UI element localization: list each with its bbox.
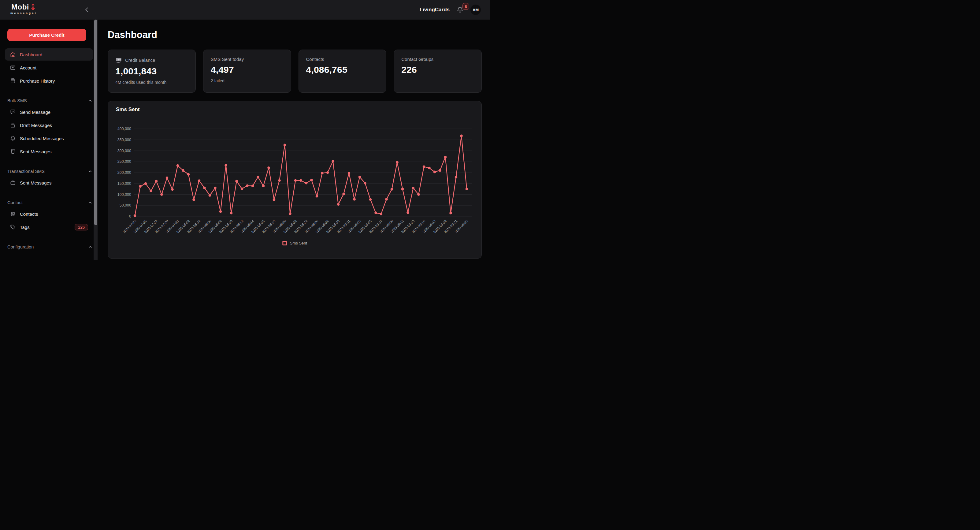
- stat-subtext: 4M credits used this month: [115, 80, 188, 85]
- sidebar-item-account[interactable]: Account: [5, 62, 93, 74]
- brand-name: Mobi: [11, 3, 29, 11]
- section-transactional-sms[interactable]: Transactional SMS: [7, 169, 93, 174]
- legend-checkbox-icon: [282, 241, 287, 245]
- sidebar-item-sent-messages[interactable]: Sent Messages: [5, 145, 93, 158]
- chart-title: Sms Sent: [116, 107, 140, 113]
- stat-value: 1,001,843: [115, 66, 188, 76]
- sidebar-item-label: Contacts: [20, 212, 38, 216]
- sidebar-item-tags[interactable]: Tags 226: [5, 221, 93, 233]
- chevron-up-icon: [88, 200, 93, 205]
- wallet-icon: [10, 65, 16, 71]
- sidebar-item-dashboard[interactable]: Dashboard: [5, 48, 93, 60]
- sidebar-item-purchase-history[interactable]: Purchase History: [5, 75, 93, 87]
- chevron-up-icon: [88, 169, 93, 174]
- brand-subtitle: messenger: [10, 12, 37, 15]
- sms-sent-line-chart[interactable]: 050,000100,000150,000200,000250,000300,0…: [108, 118, 481, 259]
- stat-card-sms-sent-today: SMS Sent today 4,497 2 failed: [203, 49, 291, 93]
- section-bulk-sms[interactable]: Bulk SMS: [7, 98, 93, 103]
- notifications-button[interactable]: 8: [457, 6, 464, 13]
- sidebar-item-contacts[interactable]: Contacts: [5, 208, 93, 220]
- brand-diamond-icon: [30, 3, 37, 11]
- stat-subtext: 2 failed: [211, 78, 283, 83]
- stat-value: 4,086,765: [306, 65, 379, 75]
- sidebar-item-label: Dashboard: [20, 52, 42, 57]
- section-contact[interactable]: Contact: [7, 200, 93, 205]
- svg-text:150,000: 150,000: [118, 181, 131, 186]
- sidebar-item-draft-messages[interactable]: Draft Messages: [5, 119, 93, 131]
- section-title: Configuration: [7, 245, 33, 249]
- sidebar: Purchase Credit Dashboard Account Purcha…: [0, 19, 98, 265]
- page-title: Dashboard: [108, 29, 157, 40]
- stat-label: Credit Balance: [125, 57, 155, 63]
- sidebar-item-send-message[interactable]: Send Message: [5, 106, 93, 118]
- sms-sent-chart-card: Sms Sent 050,000100,000150,000200,000250…: [108, 101, 482, 259]
- stat-value: 4,497: [211, 65, 283, 75]
- workspace-name: LivingCards: [420, 7, 450, 13]
- stat-card-credit-balance: Credit Balance 1,001,843 4M credits used…: [108, 49, 196, 93]
- briefcase-icon: [10, 180, 16, 186]
- svg-text:250,000: 250,000: [118, 159, 131, 164]
- svg-text:200,000: 200,000: [118, 170, 131, 175]
- sidebar-item-scheduled-messages[interactable]: Scheduled Messages: [5, 132, 93, 145]
- sent-box-icon: [10, 148, 16, 154]
- svg-text:50,000: 50,000: [119, 203, 131, 207]
- chat-bubble-icon: [10, 109, 16, 115]
- stat-card-contacts: Contacts 4,086,765: [299, 49, 387, 93]
- sidebar-item-transactional-sent-messages[interactable]: Sent Messages: [5, 177, 93, 189]
- sidebar-collapse-button[interactable]: [83, 6, 91, 13]
- sidebar-item-label: Send Message: [20, 110, 51, 115]
- brand-logo: Mobi messenger: [10, 3, 37, 15]
- purchase-credit-button[interactable]: Purchase Credit: [7, 29, 86, 41]
- stat-label: Contact Groups: [401, 57, 433, 62]
- svg-text:350,000: 350,000: [118, 138, 131, 142]
- stat-label: Contacts: [306, 57, 324, 62]
- stat-label: SMS Sent today: [211, 57, 244, 62]
- section-title: Bulk SMS: [7, 98, 27, 103]
- notification-count-badge: 8: [463, 3, 469, 10]
- section-title: Contact: [7, 200, 22, 205]
- avatar[interactable]: AM: [471, 5, 481, 15]
- banknote-icon: [115, 57, 122, 63]
- sidebar-item-label: Sent Messages: [20, 180, 51, 185]
- chevron-up-icon: [88, 244, 93, 250]
- bell-icon: [10, 135, 16, 142]
- tag-icon: [10, 224, 16, 230]
- app-window: Mobi messenger LivingCards: [0, 0, 490, 265]
- sidebar-item-label: Scheduled Messages: [20, 136, 64, 141]
- sidebar-item-label: Sent Messages: [20, 149, 51, 154]
- sidebar-scrollbar-thumb[interactable]: [94, 19, 97, 225]
- sidebar-item-label: Purchase History: [20, 78, 55, 84]
- legend-item-sms-sent[interactable]: Sms Sent: [282, 241, 307, 245]
- chevron-left-icon: [83, 10, 91, 14]
- sidebar-item-label: Tags: [20, 224, 30, 230]
- stat-subtext: [306, 78, 379, 83]
- main-content: Dashboard Credit Balance 1,001,843 4M cr…: [98, 19, 490, 265]
- svg-text:400,000: 400,000: [118, 127, 131, 131]
- drawer-icon: [10, 122, 16, 128]
- sidebar-item-label: Account: [20, 65, 37, 70]
- archive-icon: [10, 78, 16, 84]
- legend-label: Sms Sent: [290, 241, 307, 245]
- section-title: Transactional SMS: [7, 169, 45, 174]
- tags-count-badge: 226: [75, 224, 88, 231]
- svg-text:0: 0: [129, 214, 131, 218]
- stat-value: 226: [401, 65, 474, 75]
- svg-text:100,000: 100,000: [118, 193, 131, 197]
- svg-text:300,000: 300,000: [118, 149, 131, 153]
- sidebar-item-label: Draft Messages: [20, 123, 52, 128]
- top-navbar: Mobi messenger LivingCards: [0, 0, 490, 19]
- chevron-up-icon: [88, 98, 93, 103]
- home-icon: [10, 51, 16, 57]
- users-icon: [10, 211, 16, 217]
- stats-row: Credit Balance 1,001,843 4M credits used…: [108, 49, 482, 93]
- bell-icon: [457, 9, 464, 14]
- stat-card-contact-groups: Contact Groups 226: [394, 49, 482, 93]
- section-configuration[interactable]: Configuration: [7, 244, 93, 250]
- stat-subtext: [401, 78, 474, 83]
